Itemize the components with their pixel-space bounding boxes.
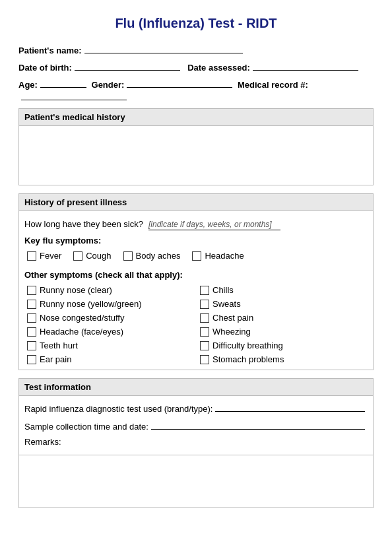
dob-input[interactable] (75, 60, 180, 71)
patient-name-row: Patient's name: (18, 43, 374, 55)
test-info-body: Rapid influenza diagnostic test used (br… (18, 396, 374, 455)
other-symptoms-grid: Runny nose (clear) Chills Runny nose (ye… (27, 285, 368, 364)
dob-label: Date of birth: (18, 63, 72, 73)
runny-yellow-label: Runny nose (yellow/green) (40, 299, 142, 309)
runny-yellow-checkbox[interactable] (27, 300, 36, 309)
chills-label: Chills (212, 285, 234, 295)
age-input[interactable] (40, 77, 86, 88)
collection-label: Sample collection time and date: (24, 422, 148, 432)
symptom-headache[interactable]: Headache (192, 251, 244, 261)
patient-name-label: Patient's name: (18, 46, 82, 55)
date-assessed-input[interactable] (253, 60, 358, 71)
gender-input[interactable] (127, 77, 232, 88)
symptom-cough[interactable]: Cough (73, 251, 111, 261)
symptom-fever[interactable]: Fever (27, 251, 61, 261)
stomach-problems-label: Stomach problems (212, 354, 284, 364)
symptom-chills[interactable]: Chills (200, 285, 368, 295)
remarks-box[interactable] (18, 455, 374, 508)
medical-history-body[interactable] (18, 126, 374, 185)
patient-name-input[interactable] (84, 43, 243, 53)
runny-clear-checkbox[interactable] (27, 286, 36, 295)
fever-label: Fever (40, 251, 61, 261)
symptom-body-aches[interactable]: Body aches (123, 251, 181, 261)
remarks-label: Remarks: (24, 437, 61, 447)
chest-pain-checkbox[interactable] (200, 313, 209, 323)
headache-checkbox[interactable] (192, 251, 201, 261)
brand-type-label: Rapid influenza diagnostic test used (br… (24, 404, 212, 414)
medical-history-header: Patient's medical history (18, 108, 374, 126)
other-symptoms-label: Other symptoms (check all that apply): (24, 270, 368, 280)
body-aches-checkbox[interactable] (123, 251, 133, 261)
symptom-runny-yellow[interactable]: Runny nose (yellow/green) (27, 299, 195, 309)
key-symptoms-label: Key flu symptoms: (24, 236, 368, 245)
headache-face-label: Headache (face/eyes) (40, 327, 123, 337)
remarks-label-row: Remarks: (24, 437, 368, 447)
gender-label: Gender: (92, 80, 125, 90)
symptom-chest-pain[interactable]: Chest pain (200, 313, 368, 323)
page-title: Flu (Influenza) Test - RIDT (18, 16, 374, 31)
age-label: Age: (18, 80, 38, 90)
dob-assessed-row: Date of birth: Date assessed: (18, 60, 374, 73)
chills-checkbox[interactable] (200, 286, 209, 295)
sick-placeholder[interactable]: [indicate if days, weeks, or months] (148, 220, 280, 230)
symptom-headache-face[interactable]: Headache (face/eyes) (27, 327, 195, 337)
body-aches-label: Body aches (136, 251, 181, 261)
medical-record-label: Medical record #: (238, 80, 308, 90)
date-assessed-label: Date assessed: (187, 63, 250, 73)
sick-question: How long have they been sick? (24, 219, 143, 229)
sweats-checkbox[interactable] (200, 300, 209, 309)
test-info-header: Test information (18, 378, 374, 396)
collection-row: Sample collection time and date: (24, 419, 368, 432)
fever-checkbox[interactable] (27, 251, 36, 261)
nose-congested-checkbox[interactable] (27, 313, 36, 323)
age-gender-record-row: Age: Gender: Medical record #: (18, 77, 374, 100)
difficulty-breathing-checkbox[interactable] (200, 341, 209, 350)
symptom-nose-congested[interactable]: Nose congested/stuffy (27, 313, 195, 323)
stomach-problems-checkbox[interactable] (200, 355, 209, 364)
symptom-teeth-hurt[interactable]: Teeth hurt (27, 341, 195, 350)
brand-type-row: Rapid influenza diagnostic test used (br… (24, 401, 368, 414)
wheezing-label: Wheezing (212, 327, 251, 337)
cough-label: Cough (86, 251, 111, 261)
ear-pain-checkbox[interactable] (27, 355, 36, 364)
ear-pain-label: Ear pain (40, 354, 71, 364)
wheezing-checkbox[interactable] (200, 327, 209, 337)
cough-checkbox[interactable] (73, 251, 82, 261)
runny-clear-label: Runny nose (clear) (40, 285, 112, 295)
teeth-hurt-label: Teeth hurt (40, 341, 78, 350)
symptom-difficulty-breathing[interactable]: Difficulty breathing (200, 341, 368, 350)
present-illness-body: How long have they been sick? [indicate … (18, 211, 374, 370)
sick-duration-row: How long have they been sick? [indicate … (24, 219, 368, 230)
symptom-stomach-problems[interactable]: Stomach problems (200, 354, 368, 364)
present-illness-header: History of present illness (18, 193, 374, 211)
sweats-label: Sweats (212, 299, 241, 309)
symptom-sweats[interactable]: Sweats (200, 299, 368, 309)
headache-label: Headache (205, 251, 244, 261)
symptom-ear-pain[interactable]: Ear pain (27, 354, 195, 364)
nose-congested-label: Nose congested/stuffy (40, 313, 124, 323)
teeth-hurt-checkbox[interactable] (27, 341, 36, 350)
chest-pain-label: Chest pain (212, 313, 253, 323)
collection-input[interactable] (151, 419, 365, 430)
symptom-wheezing[interactable]: Wheezing (200, 327, 368, 337)
medical-record-input[interactable] (21, 90, 127, 100)
key-symptoms-row: Fever Cough Body aches Headache (27, 251, 368, 261)
symptom-runny-clear[interactable]: Runny nose (clear) (27, 285, 195, 295)
difficulty-breathing-label: Difficulty breathing (212, 341, 283, 350)
brand-type-input[interactable] (215, 401, 365, 412)
headache-face-checkbox[interactable] (27, 327, 36, 337)
